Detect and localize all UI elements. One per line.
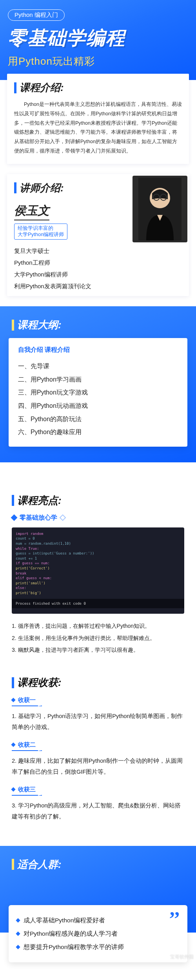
hero-subtitle: 用Python玩出精彩: [8, 55, 188, 68]
instructor-name: 侯玉文: [14, 203, 49, 220]
instructor-tag: 经验学识丰富的 大学Python编程讲师: [14, 224, 67, 240]
outline-heading: 课程大纲:: [17, 318, 62, 332]
instructor-heading: 讲师介绍:: [20, 181, 64, 195]
highlight-tag-text: 零基础放心学: [20, 514, 57, 522]
instructor-photo: [132, 176, 187, 242]
gain-item: 收获一 1. 基础学习，Python语法学习，如何用Python绘制简单图画，制…: [12, 696, 184, 733]
section-heading: 课程大纲:: [12, 318, 184, 332]
highlight-point: 3. 幽默风趣，拉进与学习者距离，学习可以很有趣。: [12, 644, 184, 656]
course-intro-card: 课程介绍: Python是一种代表简单主义思想的计算机编程语言，具有简洁性、易读…: [7, 74, 189, 164]
hero-banner: Python 编程入门 零基础学编程 用Python玩出精彩: [0, 0, 196, 80]
diamond-icon: [60, 515, 66, 521]
intro-heading: 课程介绍:: [20, 81, 64, 95]
highlight-point: 1. 循序善诱，提出问题，在解答过程中输入Python知识。: [12, 620, 184, 632]
audience-item: 对Python编程感兴趣的成人学习者: [16, 927, 180, 940]
diamond-icon: [11, 515, 18, 521]
credential-item: 复旦大学硕士: [14, 245, 182, 257]
outline-item: 六、Python的趣味应用: [18, 425, 178, 439]
gain-label: 收获一: [12, 696, 38, 706]
instructor-card: 讲师介绍: 侯玉文 经验学识丰富的 大学Python编程讲师 复旦大学硕士 Py…: [7, 174, 189, 296]
highlight-points: 1. 循序善诱，提出问题，在解答过程中输入Python知识。 2. 生活案例，用…: [12, 620, 184, 656]
outline-item: 三、用Python玩文字游戏: [18, 386, 178, 399]
outline-sub: 自我介绍 课程介绍: [18, 346, 178, 354]
gain-label: 收获三: [12, 785, 38, 796]
outline-section: 课程大纲: 自我介绍 课程介绍 一、先导课 二、用Python学习画画 三、用P…: [0, 306, 196, 462]
audience-item: 想要提升Python编程教学水平的讲师: [16, 940, 180, 954]
highlight-point: 2. 生活案例，用生活化事件为例进行类比，帮助理解难点。: [12, 632, 184, 644]
outline-item: 二、用Python学习画画: [18, 373, 178, 386]
outline-card: 自我介绍 课程介绍 一、先导课 二、用Python学习画画 三、用Python玩…: [9, 338, 187, 447]
outline-item: 五、Python的高阶玩法: [18, 413, 178, 426]
section-heading: 适合人群:: [12, 858, 184, 871]
section-heading: 课程亮点:: [12, 494, 184, 507]
credential-item: Python工程师: [14, 257, 182, 269]
audience-list: 成人零基础Python编程爱好者 对Python编程感兴趣的成人学习者 想要提升…: [16, 914, 180, 954]
quote-icon: ,,: [170, 904, 180, 913]
person-icon: [138, 178, 181, 240]
code-screenshot: import random count = 0 num = random.ran…: [12, 527, 184, 614]
audience-item: 成人零基础Python编程爱好者: [16, 914, 180, 927]
credential-list: 复旦大学硕士 Python工程师 大学Python编程讲师 利用Python发表…: [14, 245, 182, 292]
section-heading: 课程收获:: [12, 676, 184, 689]
hero-title: 零基础学编程: [8, 25, 188, 51]
watermark: 宝哥软件园: [170, 954, 194, 960]
gain-text: 1. 基础学习，Python语法学习，如何用Python绘制简单图画，制作简单的…: [12, 711, 184, 733]
intro-body: Python是一种代表简单主义思想的计算机编程语言，具有简洁性、易读性以及可扩展…: [14, 100, 182, 156]
credential-item: 大学Python编程讲师: [14, 269, 182, 280]
outline-list: 一、先导课 二、用Python学习画画 三、用Python玩文字游戏 四、用Py…: [18, 360, 178, 439]
highlight-tag: 零基础放心学: [12, 514, 184, 522]
outline-item: 一、先导课: [18, 360, 178, 373]
hero-badge: Python 编程入门: [8, 9, 65, 21]
audience-card: ,, 成人零基础Python编程爱好者 对Python编程感兴趣的成人学习者 想…: [9, 905, 187, 962]
gain-item: 收获二 2. 趣味应用，比如了解如何用Python制作一个会动的时钟，从圆周率了…: [12, 740, 184, 777]
gain-text: 2. 趣味应用，比如了解如何用Python制作一个会动的时钟，从圆周率了解自己的…: [12, 756, 184, 777]
section-heading: 课程介绍:: [14, 81, 182, 95]
audience-heading: 适合人群:: [17, 858, 62, 871]
highlights-section: 课程亮点: 零基础放心学 import random count = 0 num…: [0, 494, 196, 664]
outline-item: 四、用Python玩动画游戏: [18, 399, 178, 413]
gain-item: 收获三 3. 学习Python的高级应用，对人工智能、爬虫&数据分析、网站搭建等…: [12, 785, 184, 822]
gain-text: 3. 学习Python的高级应用，对人工智能、爬虫&数据分析、网站搭建等有初步的…: [12, 800, 184, 822]
gain-label: 收获二: [12, 740, 38, 751]
highlights-heading: 课程亮点:: [17, 494, 62, 507]
credential-item: 利用Python发表两篇顶刊论文: [14, 280, 182, 292]
gains-section: 课程收获: 收获一 1. 基础学习，Python语法学习，如何用Python绘制…: [0, 676, 196, 838]
gains-heading: 课程收获:: [17, 676, 62, 689]
